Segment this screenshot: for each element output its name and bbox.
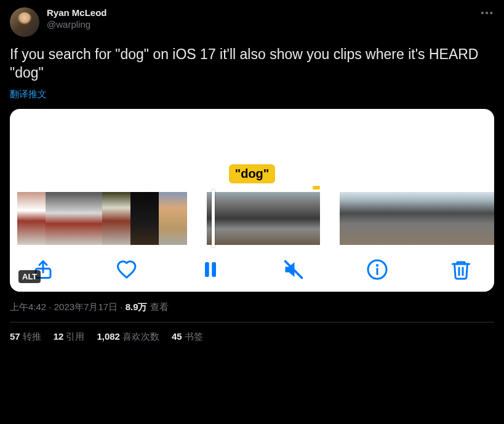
video-scrubber[interactable]: [10, 192, 494, 245]
video-thumbnail: [102, 192, 130, 245]
video-thumbnail: [130, 192, 159, 245]
tweet-text: If you search for "dog" on iOS 17 it'll …: [10, 46, 494, 82]
video-thumbnail: [46, 192, 74, 245]
svg-rect-1: [205, 262, 209, 277]
quotes-stat[interactable]: 12引用: [54, 331, 85, 343]
user-info[interactable]: Ryan McLeod @warpling: [47, 7, 107, 31]
heart-icon[interactable]: [116, 258, 138, 281]
pause-icon[interactable]: [199, 258, 222, 281]
trash-icon[interactable]: [450, 258, 472, 281]
clip-group-3: [340, 192, 494, 245]
likes-stat[interactable]: 1,082喜欢次数: [97, 331, 159, 343]
video-thumbnail: [235, 192, 263, 245]
views-label: 查看: [150, 302, 169, 312]
video-thumbnail: [263, 192, 292, 245]
video-thumbnail: [453, 192, 481, 245]
mute-icon[interactable]: [282, 258, 305, 281]
user-handle: @warpling: [47, 19, 107, 31]
retweets-stat[interactable]: 57转推: [10, 331, 41, 343]
tweet-time[interactable]: 上午4:42: [10, 302, 46, 312]
views-count: 8.9万: [126, 302, 148, 312]
bookmarks-stat[interactable]: 45书签: [172, 331, 203, 343]
svg-rect-2: [212, 262, 216, 277]
video-thumbnail: [368, 192, 396, 245]
svg-point-6: [377, 265, 378, 266]
tweet-header: Ryan McLeod @warpling •••: [10, 7, 494, 37]
tweet-meta: 上午4:42 · 2023年7月17日 · 8.9万 查看: [10, 302, 494, 313]
search-tag: "dog": [229, 164, 276, 183]
video-thumbnail: [292, 192, 320, 245]
video-thumbnail: [396, 192, 425, 245]
tweet-stats: 57转推 12引用 1,082喜欢次数 45书签: [10, 331, 494, 343]
search-tag-row: "dog": [10, 164, 494, 183]
tweet-date[interactable]: 2023年7月17日: [54, 302, 118, 312]
more-button[interactable]: •••: [481, 7, 494, 18]
display-name: Ryan McLeod: [47, 7, 107, 19]
clip-group-2: [207, 192, 320, 245]
clip-group-1: [17, 192, 187, 245]
video-thumbnail: [17, 192, 46, 245]
media-toolbar: [10, 258, 494, 281]
video-thumbnail: [159, 192, 187, 245]
divider: [10, 322, 494, 322]
video-thumbnail: [481, 192, 494, 245]
video-thumbnail: [74, 192, 102, 245]
alt-badge[interactable]: ALT: [18, 270, 41, 283]
media-inner: "dog": [10, 109, 494, 292]
media-card[interactable]: "dog": [10, 109, 494, 292]
video-thumbnail: [340, 192, 368, 245]
video-thumbnail: [425, 192, 453, 245]
tweet: Ryan McLeod @warpling ••• If you search …: [0, 0, 504, 350]
translate-link[interactable]: 翻译推文: [10, 89, 494, 100]
video-thumbnail-playhead: [207, 192, 235, 245]
avatar[interactable]: [10, 7, 39, 37]
info-icon[interactable]: [366, 258, 388, 281]
search-tag-marker: [313, 186, 320, 190]
